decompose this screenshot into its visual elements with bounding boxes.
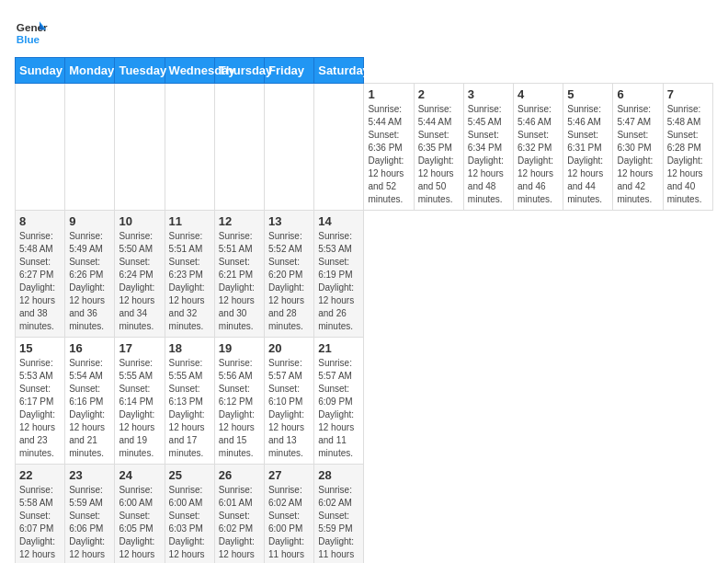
calendar-cell: 13Sunrise: 5:52 AMSunset: 6:20 PMDayligh…: [265, 211, 314, 338]
calendar-table: SundayMondayTuesdayWednesdayThursdayFrid…: [15, 57, 713, 563]
calendar-cell: 11Sunrise: 5:51 AMSunset: 6:23 PMDayligh…: [165, 211, 214, 338]
day-info: Sunrise: 5:55 AMSunset: 6:14 PMDaylight:…: [119, 357, 160, 460]
day-number: 6: [617, 87, 658, 101]
calendar-cell: 3Sunrise: 5:45 AMSunset: 6:34 PMDaylight…: [463, 84, 513, 211]
day-info: Sunrise: 6:02 AMSunset: 6:00 PMDaylight:…: [268, 484, 310, 563]
calendar-cell: 26Sunrise: 6:01 AMSunset: 6:02 PMDayligh…: [214, 465, 264, 564]
day-number: 15: [19, 341, 61, 355]
day-number: 14: [318, 214, 359, 228]
day-info: Sunrise: 6:02 AMSunset: 5:59 PMDaylight:…: [318, 484, 359, 563]
calendar-cell: [16, 84, 65, 211]
day-info: Sunrise: 5:58 AMSunset: 6:07 PMDaylight:…: [19, 484, 61, 563]
day-info: Sunrise: 6:01 AMSunset: 6:02 PMDaylight:…: [219, 484, 260, 563]
calendar-cell: 25Sunrise: 6:00 AMSunset: 6:03 PMDayligh…: [165, 465, 214, 564]
calendar-cell: 6Sunrise: 5:47 AMSunset: 6:30 PMDaylight…: [613, 84, 663, 211]
calendar-cell: 14Sunrise: 5:53 AMSunset: 6:19 PMDayligh…: [314, 211, 364, 338]
day-info: Sunrise: 5:46 AMSunset: 6:32 PMDaylight:…: [518, 103, 559, 206]
day-number: 20: [268, 341, 310, 355]
calendar-cell: 2Sunrise: 5:44 AMSunset: 6:35 PMDaylight…: [414, 84, 463, 211]
calendar-cell: 16Sunrise: 5:54 AMSunset: 6:16 PMDayligh…: [65, 338, 115, 465]
col-header-tuesday: Tuesday: [115, 58, 165, 84]
day-info: Sunrise: 5:48 AMSunset: 6:28 PMDaylight:…: [667, 103, 709, 206]
calendar-cell: 17Sunrise: 5:55 AMSunset: 6:14 PMDayligh…: [115, 338, 165, 465]
calendar-cell: [115, 84, 165, 211]
day-number: 22: [19, 468, 61, 482]
calendar-cell: 12Sunrise: 5:51 AMSunset: 6:21 PMDayligh…: [214, 211, 264, 338]
calendar-cell: 22Sunrise: 5:58 AMSunset: 6:07 PMDayligh…: [16, 465, 65, 564]
calendar-cell: 27Sunrise: 6:02 AMSunset: 6:00 PMDayligh…: [265, 465, 314, 564]
col-header-friday: Friday: [265, 58, 314, 84]
day-number: 8: [19, 214, 61, 228]
day-number: 9: [69, 214, 110, 228]
day-number: 10: [119, 214, 160, 228]
day-number: 28: [318, 468, 359, 482]
page-header: General Blue: [15, 15, 713, 48]
calendar-cell: 8Sunrise: 5:48 AMSunset: 6:27 PMDaylight…: [16, 211, 65, 338]
day-number: 18: [169, 341, 210, 355]
day-number: 13: [268, 214, 310, 228]
col-header-thursday: Thursday: [214, 58, 264, 84]
calendar-cell: 9Sunrise: 5:49 AMSunset: 6:26 PMDaylight…: [65, 211, 115, 338]
calendar-cell: 4Sunrise: 5:46 AMSunset: 6:32 PMDaylight…: [514, 84, 563, 211]
day-number: 1: [368, 87, 409, 101]
day-number: 26: [219, 468, 260, 482]
day-info: Sunrise: 5:44 AMSunset: 6:35 PMDaylight:…: [418, 103, 460, 206]
calendar-cell: 10Sunrise: 5:50 AMSunset: 6:24 PMDayligh…: [115, 211, 165, 338]
calendar-cell: 21Sunrise: 5:57 AMSunset: 6:09 PMDayligh…: [314, 338, 364, 465]
calendar-cell: 18Sunrise: 5:55 AMSunset: 6:13 PMDayligh…: [165, 338, 214, 465]
day-number: 3: [468, 87, 509, 101]
day-info: Sunrise: 5:59 AMSunset: 6:06 PMDaylight:…: [69, 484, 110, 563]
col-header-wednesday: Wednesday: [165, 58, 214, 84]
day-info: Sunrise: 6:00 AMSunset: 6:03 PMDaylight:…: [169, 484, 210, 563]
calendar-cell: 24Sunrise: 6:00 AMSunset: 6:05 PMDayligh…: [115, 465, 165, 564]
svg-text:Blue: Blue: [17, 33, 40, 45]
day-info: Sunrise: 5:48 AMSunset: 6:27 PMDaylight:…: [19, 230, 61, 333]
calendar-cell: [65, 84, 115, 211]
calendar-cell: 28Sunrise: 6:02 AMSunset: 5:59 PMDayligh…: [314, 465, 364, 564]
calendar-cell: 20Sunrise: 5:57 AMSunset: 6:10 PMDayligh…: [265, 338, 314, 465]
day-number: 12: [219, 214, 260, 228]
day-info: Sunrise: 5:53 AMSunset: 6:17 PMDaylight:…: [19, 357, 61, 460]
calendar-cell: 5Sunrise: 5:46 AMSunset: 6:31 PMDaylight…: [563, 84, 613, 211]
day-info: Sunrise: 5:57 AMSunset: 6:09 PMDaylight:…: [318, 357, 359, 460]
day-info: Sunrise: 5:44 AMSunset: 6:36 PMDaylight:…: [368, 103, 409, 206]
day-number: 24: [119, 468, 160, 482]
day-info: Sunrise: 5:57 AMSunset: 6:10 PMDaylight:…: [268, 357, 310, 460]
day-number: 17: [119, 341, 160, 355]
day-info: Sunrise: 6:00 AMSunset: 6:05 PMDaylight:…: [119, 484, 160, 563]
day-number: 7: [667, 87, 709, 101]
day-info: Sunrise: 5:51 AMSunset: 6:21 PMDaylight:…: [219, 230, 260, 333]
calendar-cell: 1Sunrise: 5:44 AMSunset: 6:36 PMDaylight…: [364, 84, 414, 211]
day-number: 5: [567, 87, 609, 101]
day-number: 16: [69, 341, 110, 355]
day-info: Sunrise: 5:53 AMSunset: 6:19 PMDaylight:…: [318, 230, 359, 333]
day-info: Sunrise: 5:49 AMSunset: 6:26 PMDaylight:…: [69, 230, 110, 333]
calendar-cell: [265, 84, 314, 211]
day-info: Sunrise: 5:56 AMSunset: 6:12 PMDaylight:…: [219, 357, 260, 460]
calendar-cell: [314, 84, 364, 211]
day-number: 21: [318, 341, 359, 355]
calendar-cell: [165, 84, 214, 211]
day-info: Sunrise: 5:52 AMSunset: 6:20 PMDaylight:…: [268, 230, 310, 333]
logo-icon: General Blue: [15, 15, 48, 48]
day-info: Sunrise: 5:55 AMSunset: 6:13 PMDaylight:…: [169, 357, 210, 460]
day-number: 27: [268, 468, 310, 482]
day-info: Sunrise: 5:45 AMSunset: 6:34 PMDaylight:…: [468, 103, 509, 206]
day-info: Sunrise: 5:50 AMSunset: 6:24 PMDaylight:…: [119, 230, 160, 333]
day-number: 25: [169, 468, 210, 482]
day-info: Sunrise: 5:46 AMSunset: 6:31 PMDaylight:…: [567, 103, 609, 206]
calendar-cell: 7Sunrise: 5:48 AMSunset: 6:28 PMDaylight…: [663, 84, 712, 211]
day-info: Sunrise: 5:54 AMSunset: 6:16 PMDaylight:…: [69, 357, 110, 460]
col-header-monday: Monday: [65, 58, 115, 84]
day-number: 2: [418, 87, 460, 101]
day-number: 19: [219, 341, 260, 355]
day-number: 23: [69, 468, 110, 482]
day-info: Sunrise: 5:47 AMSunset: 6:30 PMDaylight:…: [617, 103, 658, 206]
calendar-cell: 19Sunrise: 5:56 AMSunset: 6:12 PMDayligh…: [214, 338, 264, 465]
col-header-sunday: Sunday: [16, 58, 65, 84]
calendar-cell: 15Sunrise: 5:53 AMSunset: 6:17 PMDayligh…: [16, 338, 65, 465]
day-number: 11: [169, 214, 210, 228]
calendar-cell: 23Sunrise: 5:59 AMSunset: 6:06 PMDayligh…: [65, 465, 115, 564]
day-number: 4: [518, 87, 559, 101]
calendar-cell: [214, 84, 264, 211]
